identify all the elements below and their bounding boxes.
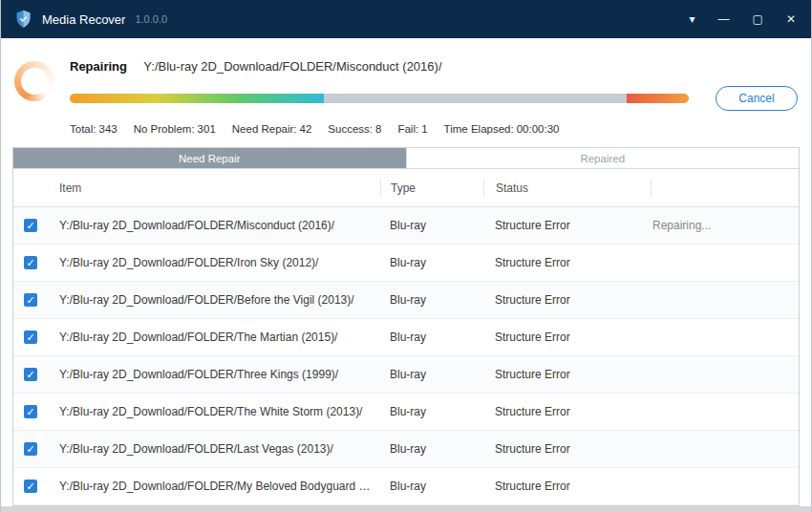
- table-body: ✓ Y:/Blu-ray 2D_Download/FOLDER/Miscondu…: [13, 207, 799, 505]
- row-item-path: Y:/Blu-ray 2D_Download/FOLDER/My Beloved…: [48, 480, 380, 493]
- spinner-ring-icon: [14, 61, 54, 101]
- tab-bar: Need Repair Repaired: [13, 148, 799, 169]
- check-icon: ✓: [26, 406, 34, 417]
- row-type: Blu-ray: [380, 293, 483, 307]
- titlebar: Media Recover 1.0.0.0 ▾ — ▢ ✕: [1, 0, 811, 38]
- row-status: Structure Error: [483, 256, 651, 269]
- row-item-path: Y:/Blu-ray 2D_Download/FOLDER/Iron Sky (…: [48, 256, 380, 269]
- horizontal-scrollbar-track[interactable]: [1, 506, 811, 512]
- window-controls: ▾ — ▢ ✕: [690, 13, 796, 25]
- table-row: ✓ Y:/Blu-ray 2D_Download/FOLDER/My Belov…: [13, 468, 799, 505]
- stat-label: Total:: [70, 123, 96, 135]
- row-checkbox-checked[interactable]: ✓: [24, 405, 37, 418]
- row-item-path: Y:/Blu-ray 2D_Download/FOLDER/Before the…: [48, 293, 380, 307]
- row-item-path: Y:/Blu-ray 2D_Download/FOLDER/Last Vegas…: [48, 442, 380, 456]
- column-header-status: Status: [483, 180, 651, 197]
- stat-label: No Problem:: [134, 123, 195, 135]
- stat-label: Time Elapsed:: [444, 123, 514, 135]
- row-status: Structure Error: [483, 368, 651, 381]
- table-row: ✓ Y:/Blu-ray 2D_Download/FOLDER/Three Ki…: [13, 356, 799, 394]
- table-row: ✓ Y:/Blu-ray 2D_Download/FOLDER/The Mart…: [13, 319, 799, 356]
- progress-fail-segment: [627, 94, 689, 103]
- stat-fail: Fail:1: [397, 123, 427, 135]
- app-window: Media Recover 1.0.0.0 ▾ — ▢ ✕ Repairing …: [0, 0, 812, 512]
- row-status: Structure Error: [483, 293, 651, 307]
- progress-done-segment: [70, 94, 324, 103]
- check-icon: ✓: [26, 257, 34, 268]
- column-header-item: Item: [48, 181, 380, 195]
- row-checkbox-checked[interactable]: ✓: [24, 256, 37, 269]
- row-type: Blu-ray: [380, 256, 483, 269]
- check-icon: ✓: [26, 220, 34, 231]
- stat-value: 343: [99, 123, 118, 135]
- status-label: Repairing: [70, 59, 127, 74]
- app-version: 1.0.0.0: [135, 13, 167, 25]
- row-type: Blu-ray: [380, 219, 483, 232]
- row-type: Blu-ray: [380, 405, 483, 418]
- table-row: ✓ Y:/Blu-ray 2D_Download/FOLDER/Last Veg…: [13, 431, 799, 468]
- row-checkbox-checked[interactable]: ✓: [24, 219, 37, 232]
- check-icon: ✓: [26, 443, 34, 455]
- stat-total: Total:343: [70, 123, 118, 135]
- stat-value: 8: [375, 123, 381, 135]
- table-row: ✓ Y:/Blu-ray 2D_Download/FOLDER/Miscondu…: [13, 207, 799, 245]
- row-type: Blu-ray: [380, 480, 483, 493]
- maximize-button[interactable]: ▢: [753, 13, 763, 25]
- row-type: Blu-ray: [380, 368, 483, 381]
- check-icon: ✓: [26, 331, 34, 343]
- column-header-action: [651, 180, 799, 197]
- app-logo-shield-icon: [14, 10, 32, 29]
- check-icon: ✓: [26, 294, 34, 306]
- menu-dropdown-icon[interactable]: ▾: [690, 13, 695, 25]
- row-status: Structure Error: [483, 442, 651, 456]
- row-checkbox-checked[interactable]: ✓: [24, 368, 37, 381]
- stat-value: 42: [300, 123, 312, 135]
- app-title: Media Recover: [42, 12, 125, 27]
- table-header: Item Type Status: [13, 169, 799, 207]
- row-checkbox-checked[interactable]: ✓: [24, 331, 37, 344]
- stat-no-problem: No Problem:301: [134, 123, 216, 135]
- tab-repaired[interactable]: Repaired: [406, 148, 800, 168]
- row-checkbox-checked[interactable]: ✓: [24, 442, 37, 456]
- row-type: Blu-ray: [380, 331, 483, 344]
- row-status: Structure Error: [483, 331, 651, 344]
- row-status: Structure Error: [483, 480, 651, 493]
- row-action-status: Repairing...: [651, 219, 799, 232]
- current-item-path: Y:/Blu-ray 2D_Download/FOLDER/Misconduct…: [143, 59, 441, 74]
- table-row: ✓ Y:/Blu-ray 2D_Download/FOLDER/Iron Sky…: [13, 245, 799, 282]
- stat-need-repair: Need Repair:42: [232, 123, 312, 135]
- minimize-button[interactable]: —: [718, 13, 730, 25]
- cancel-button[interactable]: Cancel: [716, 86, 798, 111]
- progress-header: Repairing Y:/Blu-ray 2D_Download/FOLDER/…: [1, 38, 811, 135]
- row-item-path: Y:/Blu-ray 2D_Download/FOLDER/The White …: [48, 405, 380, 418]
- progress-bar: [70, 94, 689, 103]
- progress-row: Cancel: [70, 86, 798, 111]
- close-button[interactable]: ✕: [786, 13, 796, 25]
- tab-need-repair[interactable]: Need Repair: [13, 148, 406, 168]
- progress-header-main: Repairing Y:/Blu-ray 2D_Download/FOLDER/…: [70, 57, 798, 135]
- stat-time-elapsed: Time Elapsed:00:00:30: [444, 123, 560, 135]
- row-checkbox-checked[interactable]: ✓: [24, 293, 37, 307]
- stat-value: 1: [421, 123, 427, 135]
- stat-value: 00:00:30: [517, 123, 560, 135]
- column-header-type: Type: [380, 180, 483, 197]
- row-item-path: Y:/Blu-ray 2D_Download/FOLDER/Three King…: [48, 368, 380, 381]
- row-type: Blu-ray: [380, 442, 483, 456]
- row-status: Structure Error: [483, 219, 651, 232]
- results-panel: Need Repair Repaired Item Type Status ✓ …: [12, 147, 800, 506]
- stats-bar: Total:343 No Problem:301 Need Repair:42 …: [70, 123, 798, 135]
- row-status: Structure Error: [483, 405, 651, 418]
- stat-success: Success:8: [328, 123, 381, 135]
- row-item-path: Y:/Blu-ray 2D_Download/FOLDER/Misconduct…: [48, 219, 380, 232]
- stat-label: Success:: [328, 123, 373, 135]
- check-icon: ✓: [26, 369, 34, 380]
- stat-label: Need Repair:: [232, 123, 297, 135]
- stat-label: Fail:: [397, 123, 418, 135]
- row-checkbox-checked[interactable]: ✓: [24, 480, 37, 493]
- stat-value: 301: [198, 123, 216, 135]
- table-row: ✓ Y:/Blu-ray 2D_Download/FOLDER/Before t…: [13, 282, 799, 319]
- row-item-path: Y:/Blu-ray 2D_Download/FOLDER/The Martia…: [48, 331, 380, 344]
- table-row: ✓ Y:/Blu-ray 2D_Download/FOLDER/The Whit…: [13, 394, 799, 431]
- status-line: Repairing Y:/Blu-ray 2D_Download/FOLDER/…: [70, 59, 798, 74]
- check-icon: ✓: [26, 480, 34, 492]
